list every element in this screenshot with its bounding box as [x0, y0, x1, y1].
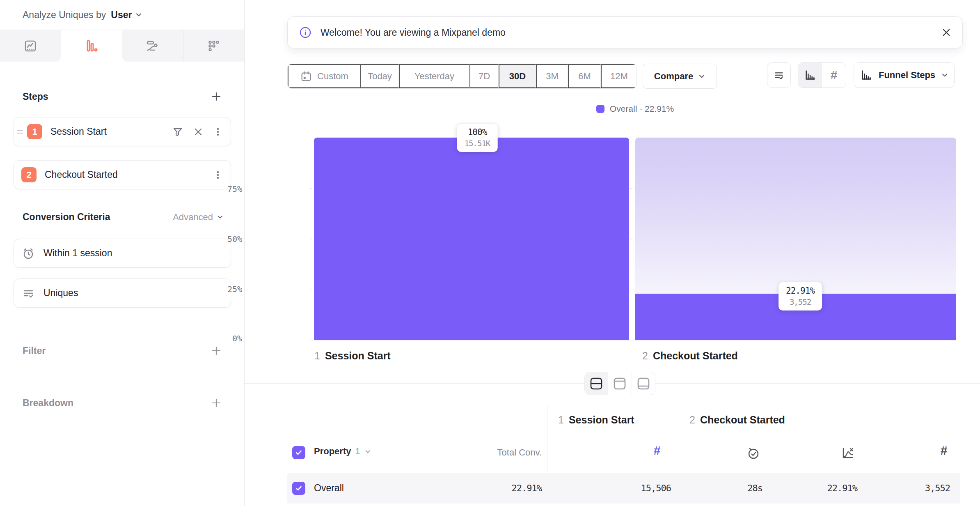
analyze-entity-dropdown[interactable]: User	[111, 9, 142, 21]
chart-type-toggle: #	[798, 62, 846, 88]
add-breakdown-button[interactable]	[209, 396, 224, 410]
y-tick-50: 50%	[197, 234, 242, 244]
table-group-header-1: 1 Session Start	[558, 414, 634, 426]
filter-title: Filter	[23, 345, 46, 356]
chart-legend[interactable]: Overall · 22.91%	[314, 104, 956, 114]
table-header-row: Property 1 Total Conv. # #	[0, 440, 980, 467]
funnel-bars-icon	[84, 39, 99, 53]
layout-chart-view-button[interactable]	[608, 372, 631, 395]
table-row-overall[interactable]: Overall 22.91% 15,506 28s 22.91% 3,552	[287, 473, 960, 504]
step-more-button[interactable]	[213, 126, 223, 137]
step-more-button[interactable]	[213, 170, 223, 180]
step-axis-label-2: 2 Checkout Started	[642, 350, 738, 362]
breakdown-title: Breakdown	[23, 398, 73, 409]
x-axis-line	[310, 340, 956, 340]
cell-conv-rate: 22.91%	[775, 483, 857, 493]
plus-icon	[211, 398, 222, 408]
table-group-header-2: 2 Checkout Started	[689, 414, 785, 426]
tab-funnels[interactable]	[61, 30, 122, 62]
chart-type-bars[interactable]	[798, 63, 822, 87]
funnel-chart: 100% 15.51K 22.91% 3,552	[314, 138, 956, 340]
range-yesterday[interactable]: Yesterday	[399, 64, 469, 88]
step-axis-label-1: 1 Session Start	[314, 350, 391, 362]
step-number-badge: 2	[21, 167, 37, 182]
steps-title: Steps	[23, 91, 48, 102]
hash-icon: #	[941, 444, 948, 457]
close-icon	[193, 126, 204, 137]
counting-method-value: Uniques	[44, 288, 78, 299]
property-dropdown[interactable]: Property 1	[314, 446, 371, 457]
range-6m[interactable]: 6M	[568, 64, 601, 88]
conversion-criteria-header: Conversion Criteria Advanced	[23, 212, 224, 223]
remove-step-button[interactable]	[193, 126, 204, 137]
tab-insights[interactable]	[0, 30, 61, 62]
retention-dots-icon	[206, 39, 221, 53]
calendar-icon	[300, 70, 312, 83]
check-icon	[295, 485, 302, 492]
bar-value-label-2: 22.91% 3,552	[779, 282, 822, 310]
banner-close-button[interactable]	[941, 27, 952, 38]
range-12m[interactable]: 12M	[601, 64, 637, 88]
breakdown-header: Breakdown	[23, 396, 224, 410]
chevron-down-icon	[135, 11, 142, 18]
y-tick-75: 75%	[197, 184, 242, 194]
conversion-rate-column-header[interactable]	[839, 444, 857, 462]
chevron-down-icon	[698, 73, 705, 80]
measurement-dropdown[interactable]: Funnel Steps	[854, 62, 955, 88]
select-all-checkbox[interactable]	[292, 446, 305, 459]
bar-chart-icon	[860, 69, 873, 82]
info-icon	[298, 25, 312, 39]
range-3m[interactable]: 3M	[536, 64, 568, 88]
report-type-tabs	[0, 30, 244, 62]
chevron-down-icon	[941, 71, 948, 79]
range-today[interactable]: Today	[360, 64, 399, 88]
hash-icon: #	[831, 69, 838, 81]
drag-handle-icon[interactable]	[17, 130, 23, 133]
funnel-bar-session-start[interactable]	[314, 138, 629, 340]
banner-message: Welcome! You are viewing a Mixpanel demo	[321, 27, 941, 38]
chart-type-numbers[interactable]: #	[822, 63, 846, 87]
tab-retention[interactable]	[183, 30, 245, 62]
plus-icon	[211, 91, 222, 102]
mixpanel-funnel-report: Analyze Uniques by User Steps	[0, 0, 980, 506]
plus-icon	[211, 345, 222, 356]
check-icon	[295, 449, 302, 456]
compare-dropdown[interactable]: Compare	[643, 64, 717, 89]
alarm-clock-icon	[21, 246, 35, 260]
kebab-menu-icon	[213, 170, 223, 180]
step-event-name[interactable]: Session Start	[50, 126, 172, 137]
conversion-window-value: Within 1 session	[44, 248, 112, 259]
add-filter-button[interactable]	[209, 343, 224, 358]
layout-table-view-button[interactable]	[632, 372, 655, 395]
legend-swatch	[596, 105, 604, 113]
step-number-badge: 1	[27, 124, 42, 139]
step-card-1[interactable]: 1 Session Start	[14, 117, 231, 146]
filter-step-button[interactable]	[172, 126, 184, 138]
time-to-convert-column-header[interactable]	[744, 444, 762, 462]
line-chart-icon	[23, 39, 38, 53]
flows-icon	[145, 39, 160, 53]
count-column-header[interactable]: #	[648, 444, 666, 457]
list-check-icon	[772, 69, 785, 82]
range-custom[interactable]: Custom	[288, 64, 360, 88]
advanced-dropdown[interactable]: Advanced	[173, 212, 224, 223]
analyze-label: Analyze Uniques by	[23, 9, 106, 21]
row-label: Overall	[314, 483, 344, 494]
tab-flows[interactable]	[122, 30, 183, 62]
y-tick-0: 0%	[197, 334, 242, 343]
range-7d[interactable]: 7D	[469, 64, 499, 88]
legend-label: Overall · 22.91%	[610, 104, 674, 114]
converted-count-column-header[interactable]: #	[935, 444, 953, 457]
layout-split-view-button[interactable]	[585, 372, 608, 395]
total-conv-column-header[interactable]: Total Conv.	[451, 447, 542, 458]
cell-total-conv: 22.91%	[460, 483, 542, 493]
metric-list-button[interactable]	[767, 62, 791, 88]
row-checkbox[interactable]	[292, 482, 305, 495]
conversion-chart-icon	[839, 444, 856, 462]
stopwatch-check-icon	[745, 444, 762, 462]
bar-value-label-1: 100% 15.51K	[457, 124, 498, 152]
step-event-name[interactable]: Checkout Started	[45, 169, 213, 180]
range-30d[interactable]: 30D	[499, 64, 536, 88]
add-step-button[interactable]	[209, 89, 224, 104]
date-range-selector: Custom Today Yesterday 7D 30D 3M 6M 12M	[287, 64, 637, 89]
